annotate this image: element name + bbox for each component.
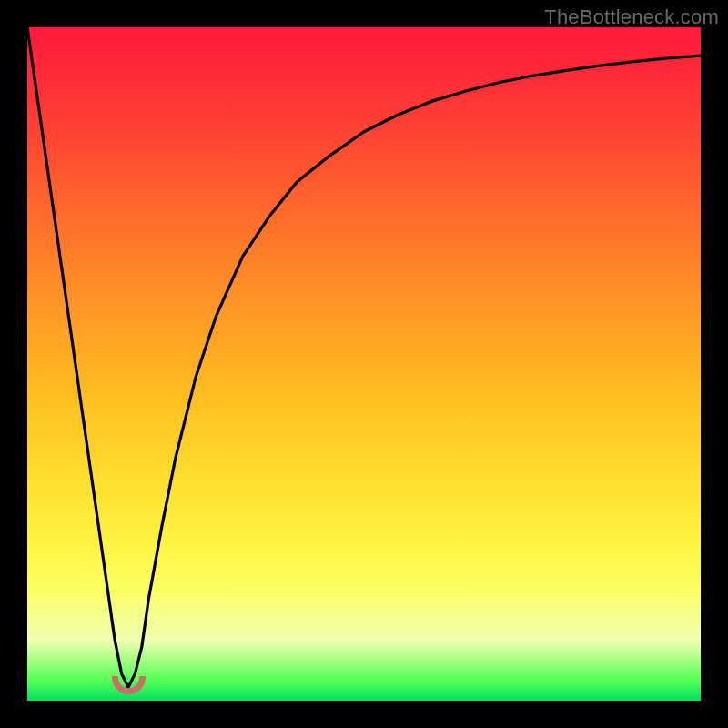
plot-area (27, 27, 701, 701)
chart-frame: TheBottleneck.com (0, 0, 728, 728)
bottleneck-curve (27, 27, 701, 701)
watermark-text: TheBottleneck.com (544, 5, 719, 29)
